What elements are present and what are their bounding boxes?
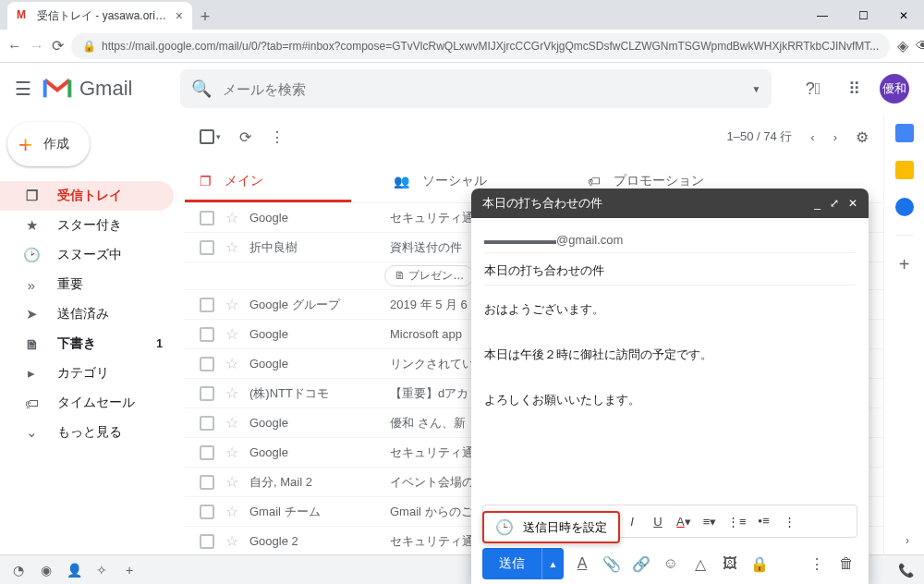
link-icon[interactable]: 🔗 xyxy=(630,555,652,573)
mail-checkbox[interactable] xyxy=(200,445,214,460)
tasks-icon[interactable] xyxy=(895,198,914,216)
compose-body-text[interactable]: おはようございます。 本日は午後２時に御社に訪問の予定です。 よろしくお願いいた… xyxy=(484,289,856,495)
text-color-icon[interactable]: A▾ xyxy=(675,515,692,529)
sidebar-item-5[interactable]: 🗎 下書き 1 xyxy=(0,329,174,359)
help-icon[interactable]: ?⃝ xyxy=(798,74,828,103)
select-all-checkbox[interactable]: ▾ xyxy=(200,129,221,144)
search-icon[interactable]: 🔍 xyxy=(191,79,212,99)
taskbar-icon[interactable]: ◉ xyxy=(35,559,57,581)
schedule-send-menu[interactable]: 🕒 送信日時を設定 xyxy=(482,511,620,543)
mail-checkbox[interactable] xyxy=(200,240,214,255)
mail-checkbox[interactable] xyxy=(200,298,214,312)
bullet-list-icon[interactable]: ⦁≡ xyxy=(756,514,772,529)
star-icon[interactable]: ☆ xyxy=(225,325,238,343)
back-button[interactable]: ← xyxy=(7,33,22,59)
star-icon[interactable]: ☆ xyxy=(225,384,238,402)
menu-icon[interactable]: ☰ xyxy=(15,78,31,100)
settings-icon[interactable]: ⚙ xyxy=(856,128,869,146)
sidebar-item-7[interactable]: 🏷 タイムセール xyxy=(0,388,174,418)
gmail-logo[interactable]: Gmail xyxy=(43,77,132,101)
mail-checkbox[interactable] xyxy=(200,386,214,401)
browser-tab[interactable]: M 受信トレイ - yasawa.orinaka@gm... × xyxy=(7,2,192,30)
extension-icon[interactable]: ◈ xyxy=(897,33,908,59)
taskbar-icon[interactable]: ◔ xyxy=(7,559,30,581)
close-window-button[interactable]: ✕ xyxy=(883,2,924,30)
apps-icon[interactable]: ⠿ xyxy=(839,74,869,103)
mail-checkbox[interactable] xyxy=(200,211,214,225)
compose-to-field[interactable]: ▬▬▬▬▬▬@gmail.com xyxy=(484,227,856,253)
star-icon[interactable]: ☆ xyxy=(225,209,238,226)
star-icon[interactable]: ☆ xyxy=(225,503,238,520)
send-dropdown-button[interactable]: ▲ xyxy=(541,548,564,579)
sidebar-item-3[interactable]: » 重要 xyxy=(0,270,174,299)
sidebar-item-label: スター付き xyxy=(57,217,122,234)
new-tab-button[interactable]: + xyxy=(192,4,218,30)
attach-icon[interactable]: 📎 xyxy=(601,555,623,573)
star-icon[interactable]: ☆ xyxy=(225,296,238,313)
star-icon[interactable]: ☆ xyxy=(225,414,238,432)
maximize-button[interactable]: ☐ xyxy=(843,2,883,30)
compose-button[interactable]: + 作成 xyxy=(7,122,90,166)
compose-more-icon[interactable]: ⋮ xyxy=(806,555,828,573)
star-icon[interactable]: ☆ xyxy=(225,444,238,461)
taskbar-phone-icon[interactable]: 📞 xyxy=(894,559,917,581)
search-dropdown-icon[interactable]: ▼ xyxy=(752,84,761,94)
mail-checkbox[interactable] xyxy=(200,534,214,549)
calendar-icon[interactable] xyxy=(895,124,914,142)
photo-icon[interactable]: 🖼 xyxy=(719,555,741,572)
forward-button[interactable]: → xyxy=(30,33,44,59)
expand-compose-icon[interactable]: ⤢ xyxy=(830,197,839,210)
confidential-icon[interactable]: 🔒 xyxy=(748,555,771,573)
sidebar-item-6[interactable]: ▸ カテゴリ xyxy=(0,359,174,388)
refresh-icon[interactable]: ⟳ xyxy=(239,128,251,146)
emoji-icon[interactable]: ☺ xyxy=(660,555,682,572)
sidebar-item-8[interactable]: ⌄ もっと見る xyxy=(0,418,174,447)
compose-header[interactable]: 本日の打ち合わせの件 _ ⤢ ✕ xyxy=(471,189,869,218)
more-icon[interactable]: ⋮ xyxy=(270,128,285,146)
minimize-compose-icon[interactable]: _ xyxy=(814,197,821,210)
sidebar-item-1[interactable]: ★ スター付き xyxy=(0,211,174,240)
star-icon[interactable]: ☆ xyxy=(225,355,238,372)
numbered-list-icon[interactable]: ⋮≡ xyxy=(727,515,747,529)
attachment-chip[interactable]: 🗎 プレゼン… xyxy=(384,265,474,286)
star-icon[interactable]: ☆ xyxy=(225,473,238,491)
drive-icon[interactable]: △ xyxy=(689,555,711,573)
add-addon-icon[interactable]: + xyxy=(899,254,910,275)
search-bar[interactable]: 🔍 ▼ xyxy=(180,69,772,108)
reload-button[interactable]: ⟳ xyxy=(52,33,64,59)
taskbar-icon[interactable]: 👤 xyxy=(63,559,85,581)
close-compose-icon[interactable]: ✕ xyxy=(848,197,857,210)
account-avatar[interactable]: 優和 xyxy=(880,74,909,103)
keep-icon[interactable] xyxy=(895,161,914,179)
taskbar-add-icon[interactable]: + xyxy=(118,559,140,581)
url-field[interactable]: 🔒 https://mail.google.com/mail/u/0/?tab=… xyxy=(71,33,890,59)
mail-checkbox[interactable] xyxy=(200,357,214,371)
search-input[interactable] xyxy=(223,81,740,97)
compose-subject-field[interactable]: 本日の打ち合わせの件 xyxy=(484,257,856,286)
star-icon[interactable]: ☆ xyxy=(225,532,238,550)
mail-checkbox[interactable] xyxy=(200,416,214,431)
tab-0[interactable]: ❐メイン xyxy=(185,159,379,202)
discard-icon[interactable]: 🗑 xyxy=(835,555,857,572)
sidebar-item-0[interactable]: ❐ 受信トレイ xyxy=(0,181,174,211)
prev-page-icon[interactable]: ‹ xyxy=(810,130,814,144)
format-toggle-icon[interactable]: A xyxy=(571,555,593,572)
next-page-icon[interactable]: › xyxy=(833,130,837,144)
mail-checkbox[interactable] xyxy=(200,327,214,342)
star-icon[interactable]: ☆ xyxy=(225,238,238,256)
taskbar-icon[interactable]: ✧ xyxy=(91,559,113,581)
format-more-icon[interactable]: ⋮ xyxy=(782,515,798,529)
minimize-button[interactable]: ― xyxy=(802,2,843,30)
underline-icon[interactable]: U xyxy=(650,515,666,529)
mail-checkbox[interactable] xyxy=(200,505,214,519)
close-tab-icon[interactable]: × xyxy=(176,8,183,23)
sidebar-item-2[interactable]: 🕑 スヌーズ中 xyxy=(0,240,174,270)
italic-icon[interactable]: I xyxy=(624,515,640,529)
eye-icon[interactable]: 👁 xyxy=(916,33,924,59)
align-icon[interactable]: ≡▾ xyxy=(701,515,718,529)
sidebar-item-4[interactable]: ➤ 送信済み xyxy=(0,299,174,329)
side-panel-toggle-icon[interactable]: › xyxy=(906,534,909,547)
send-button[interactable]: 送信 xyxy=(482,548,541,579)
mail-checkbox[interactable] xyxy=(200,475,214,490)
sidebar-item-label: スヌーズ中 xyxy=(57,247,122,263)
